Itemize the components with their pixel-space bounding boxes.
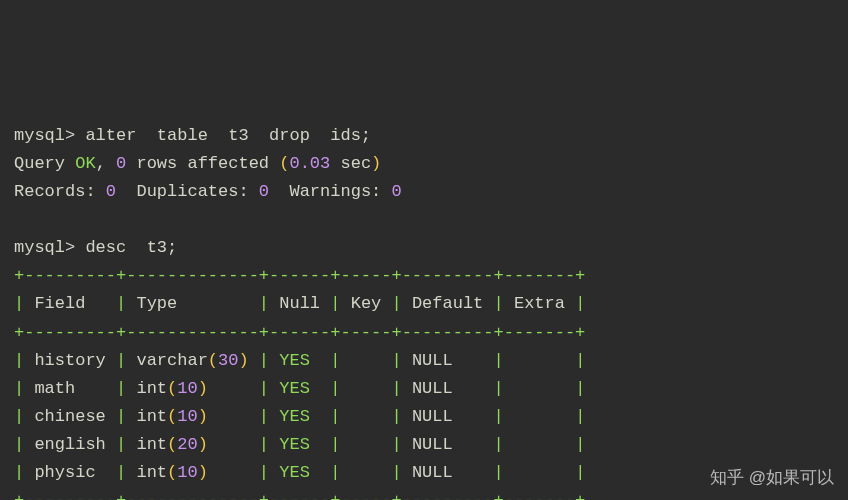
cell-null-0: YES [279, 351, 320, 370]
pipe: | [14, 294, 34, 313]
query-result-text: Query [14, 154, 75, 173]
cell-key-4 [351, 463, 382, 482]
paren-open: ( [167, 463, 177, 482]
pipe: | [106, 379, 137, 398]
pipe: | [381, 463, 412, 482]
pipe: | [106, 407, 137, 426]
pipe: | [565, 435, 585, 454]
paren-open: ( [167, 435, 177, 454]
cell-extra-0 [514, 351, 565, 370]
col-key: Key [351, 294, 382, 313]
paren-open: ( [167, 407, 177, 426]
cell-extra-4 [514, 463, 565, 482]
pipe: | [483, 463, 514, 482]
col-field: Field [34, 294, 105, 313]
pipe: | [106, 294, 137, 313]
pipe: | [483, 435, 514, 454]
duplicates-label: Duplicates: [116, 182, 259, 201]
pad [208, 407, 249, 426]
cell-null-2: YES [279, 407, 320, 426]
pipe: | [249, 294, 280, 313]
rows-affected-count: 0 [116, 154, 126, 173]
pipe: | [483, 351, 514, 370]
pipe: | [14, 379, 34, 398]
pipe: | [14, 463, 34, 482]
paren-open: ( [279, 154, 289, 173]
warnings-value: 0 [391, 182, 401, 201]
pipe: | [320, 351, 351, 370]
pad [208, 463, 249, 482]
pipe: | [14, 407, 34, 426]
cell-default-2: NULL [412, 407, 483, 426]
pipe: | [106, 463, 137, 482]
paren-open: ( [208, 351, 218, 370]
col-null: Null [279, 294, 320, 313]
cell-type-kw-1: int [136, 379, 167, 398]
cell-type-n-1: 10 [177, 379, 197, 398]
query-ok: OK [75, 154, 95, 173]
table-border-mid: +---------+-------------+------+-----+--… [14, 323, 585, 342]
pipe: | [320, 379, 351, 398]
cell-null-1: YES [279, 379, 320, 398]
cell-extra-3 [514, 435, 565, 454]
cell-type-n-4: 10 [177, 463, 197, 482]
table-border-bottom: +---------+-------------+------+-----+--… [14, 491, 585, 500]
cell-default-1: NULL [412, 379, 483, 398]
cell-null-3: YES [279, 435, 320, 454]
paren-close: ) [198, 379, 208, 398]
cell-default-0: NULL [412, 351, 483, 370]
watermark: 知乎 @如果可以 [710, 464, 834, 492]
paren-open: ( [167, 379, 177, 398]
text: , [96, 154, 116, 173]
pipe: | [320, 463, 351, 482]
cell-default-4: NULL [412, 463, 483, 482]
cell-extra-1 [514, 379, 565, 398]
pipe: | [483, 407, 514, 426]
col-type: Type [136, 294, 248, 313]
pipe: | [249, 463, 280, 482]
pipe: | [249, 435, 280, 454]
pipe: | [320, 435, 351, 454]
text: rows affected [126, 154, 279, 173]
cell-type-kw-4: int [136, 463, 167, 482]
pipe: | [483, 379, 514, 398]
pipe: | [320, 407, 351, 426]
pipe: | [249, 407, 280, 426]
pipe: | [565, 379, 585, 398]
cell-field-0: history [34, 351, 105, 370]
pipe: | [381, 351, 412, 370]
paren-close: ) [371, 154, 381, 173]
cell-field-4: physic [34, 463, 105, 482]
pipe: | [565, 351, 585, 370]
pad [208, 379, 249, 398]
pipe: | [381, 379, 412, 398]
warnings-label: Warnings: [269, 182, 391, 201]
cell-extra-2 [514, 407, 565, 426]
cell-type-kw-2: int [136, 407, 167, 426]
cell-type-kw-3: int [136, 435, 167, 454]
pipe: | [106, 435, 137, 454]
pipe: | [381, 294, 412, 313]
pipe: | [106, 351, 137, 370]
cell-type-n-0: 30 [218, 351, 238, 370]
cell-key-2 [351, 407, 382, 426]
table-border-top: +---------+-------------+------+-----+--… [14, 266, 585, 285]
cell-type-kw-0: varchar [136, 351, 207, 370]
paren-close: ) [198, 435, 208, 454]
records-label: Records: [14, 182, 106, 201]
mysql-prompt: mysql> [14, 126, 85, 145]
cell-key-0 [351, 351, 382, 370]
sql-alter-table: alter table t3 drop ids; [85, 126, 371, 145]
paren-close: ) [238, 351, 248, 370]
records-value: 0 [106, 182, 116, 201]
cell-field-2: chinese [34, 407, 105, 426]
pipe: | [565, 407, 585, 426]
pipe: | [565, 463, 585, 482]
cell-key-1 [351, 379, 382, 398]
pipe: | [249, 351, 280, 370]
pipe: | [565, 294, 585, 313]
pad [208, 435, 249, 454]
cell-field-3: english [34, 435, 105, 454]
pipe: | [320, 294, 351, 313]
pipe: | [381, 435, 412, 454]
